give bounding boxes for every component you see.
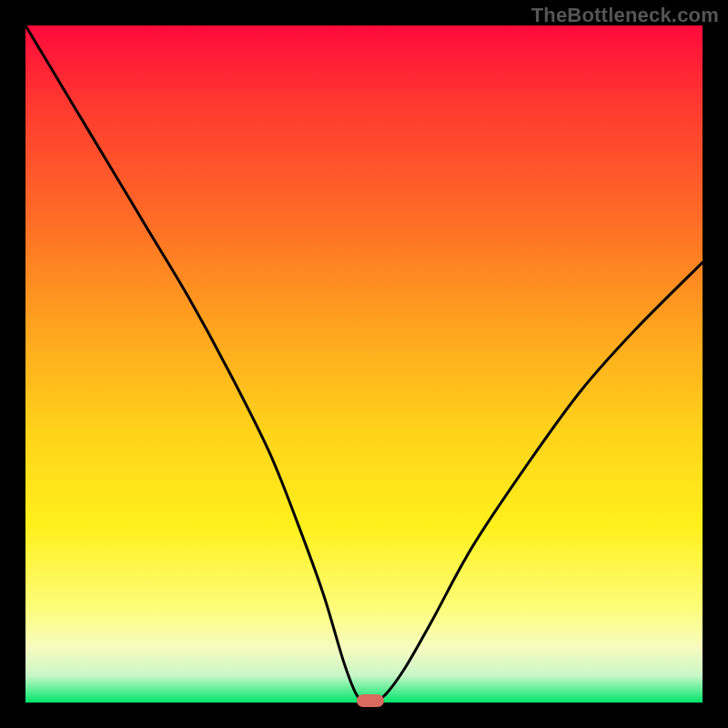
plot-area: [25, 25, 703, 703]
optimal-marker: [357, 694, 384, 707]
watermark-text: TheBottleneck.com: [531, 4, 719, 27]
chart-frame: TheBottleneck.com: [0, 0, 728, 728]
bottleneck-curve: [25, 25, 703, 703]
